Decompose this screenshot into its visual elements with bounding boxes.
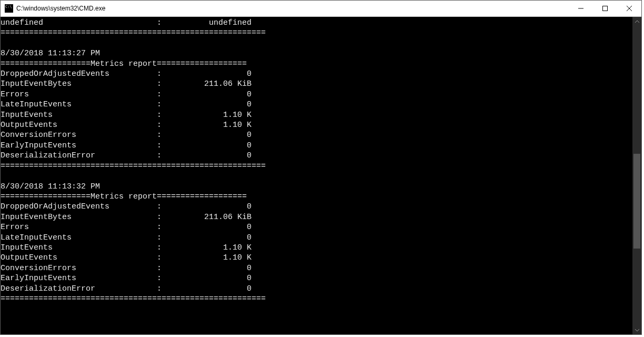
titlebar[interactable]: C:\windows\system32\CMD.exe [1,1,641,17]
cmd-window: C:\windows\system32\CMD.exe undefined : … [0,0,642,335]
scroll-thumb[interactable] [633,154,640,249]
maximize-button[interactable] [593,1,617,16]
close-button[interactable] [617,1,641,16]
window-controls [569,1,641,16]
window-title: C:\windows\system32\CMD.exe [16,5,569,12]
svg-rect-1 [603,6,608,11]
minimize-button[interactable] [569,1,593,16]
console-area: undefined : undefined ==================… [1,17,641,334]
vertical-scrollbar[interactable] [632,17,641,334]
scroll-down-arrow-icon[interactable] [632,325,641,334]
scroll-up-arrow-icon[interactable] [632,17,641,26]
cmd-icon [5,4,13,13]
console-output[interactable]: undefined : undefined ==================… [1,17,632,334]
